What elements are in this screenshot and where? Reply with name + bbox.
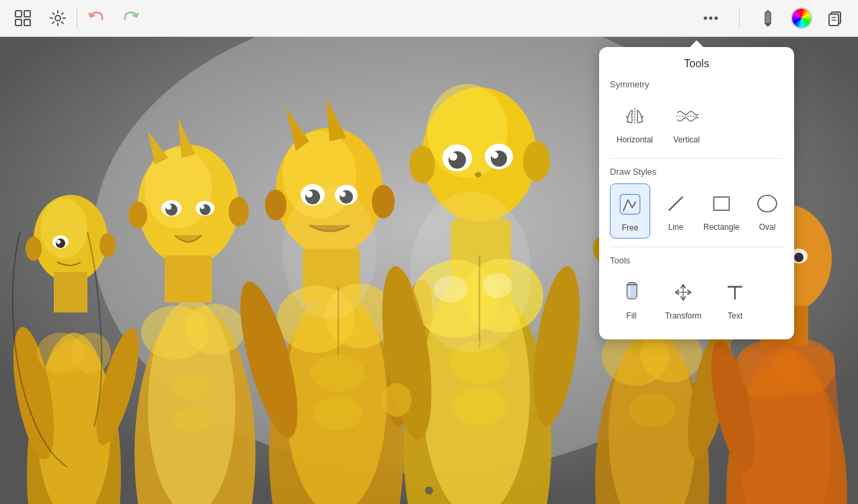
tools-row: Fill Transform xyxy=(610,272,783,326)
transform-icon xyxy=(668,278,698,307)
svg-rect-0 xyxy=(15,11,22,17)
svg-point-37 xyxy=(166,204,171,210)
svg-point-4 xyxy=(55,15,61,21)
svg-point-62 xyxy=(313,396,362,430)
horizontal-symmetry-label: Horizontal xyxy=(617,135,653,144)
toolbar xyxy=(0,0,858,37)
line-draw-label: Line xyxy=(668,222,684,232)
vertical-symmetry-label: Vertical xyxy=(673,135,699,144)
svg-point-44 xyxy=(173,408,210,432)
svg-point-33 xyxy=(229,197,249,226)
symmetry-horizontal-tool[interactable]: Horizontal xyxy=(610,96,660,150)
svg-rect-18 xyxy=(54,272,87,312)
svg-point-40 xyxy=(200,205,204,209)
toolbar-center xyxy=(84,6,143,30)
free-draw-icon xyxy=(615,190,645,219)
oval-draw-label: Oval xyxy=(759,222,776,232)
svg-point-70 xyxy=(523,141,550,181)
draw-styles-section-label: Draw Styles xyxy=(610,167,783,177)
svg-point-23 xyxy=(56,240,61,244)
svg-point-74 xyxy=(449,153,457,161)
pages-icon xyxy=(826,9,845,28)
toolbar-divider xyxy=(77,8,77,28)
transform-label: Transform xyxy=(665,311,701,321)
svg-point-84 xyxy=(451,388,508,425)
svg-point-61 xyxy=(311,354,364,392)
symmetry-section-label: Symmetry xyxy=(610,79,783,89)
svg-point-116 xyxy=(425,487,433,495)
svg-point-122 xyxy=(758,196,777,212)
horizontal-symmetry-icon xyxy=(620,101,650,131)
tools-section-label: Tools xyxy=(610,255,783,265)
draw-style-line-tool[interactable]: Line xyxy=(656,183,696,237)
divider-1 xyxy=(610,158,783,159)
grid-icon xyxy=(13,9,32,28)
symmetry-vertical-tool[interactable]: Vertical xyxy=(665,96,708,150)
svg-point-7 xyxy=(715,17,718,20)
draw-style-rectangle-tool[interactable]: Rectangle xyxy=(701,183,742,237)
svg-line-120 xyxy=(669,197,682,210)
svg-point-51 xyxy=(265,190,286,220)
redo-button[interactable] xyxy=(119,6,143,30)
svg-point-5 xyxy=(704,17,707,20)
transform-tool[interactable]: Transform xyxy=(658,272,708,326)
svg-point-77 xyxy=(492,152,498,159)
fill-tool[interactable]: Fill xyxy=(610,272,653,326)
svg-point-71 xyxy=(410,146,435,183)
vertical-symmetry-icon xyxy=(672,101,701,131)
svg-rect-3 xyxy=(24,19,30,26)
grid-button[interactable] xyxy=(11,6,35,30)
svg-point-101 xyxy=(629,393,676,427)
svg-rect-121 xyxy=(714,197,730,210)
right-divider xyxy=(739,8,740,28)
text-tool[interactable]: Text xyxy=(713,272,756,326)
tools-panel: Tools Symmetry Horizontal xyxy=(599,47,794,339)
oval-draw-icon xyxy=(752,189,782,218)
svg-point-34 xyxy=(128,202,147,228)
fill-icon xyxy=(617,278,646,307)
svg-point-87 xyxy=(382,383,412,417)
panel-title: Tools xyxy=(610,58,783,70)
pen-icon xyxy=(758,9,777,28)
draw-style-free-tool[interactable]: Free xyxy=(610,183,650,239)
undo-button[interactable] xyxy=(84,6,108,30)
settings-icon xyxy=(48,9,67,28)
svg-point-110 xyxy=(794,253,804,262)
draw-style-oval-tool[interactable]: Oval xyxy=(747,183,787,237)
svg-point-112 xyxy=(773,339,835,396)
svg-point-19 xyxy=(100,233,116,257)
svg-point-50 xyxy=(372,185,395,218)
symmetry-row: Horizontal Vertical xyxy=(610,96,783,150)
more-icon xyxy=(701,9,720,28)
svg-point-115 xyxy=(282,185,377,319)
line-draw-icon xyxy=(661,189,691,218)
svg-rect-32 xyxy=(165,255,212,302)
draw-styles-row: Free Line Rectangle xyxy=(610,183,783,239)
svg-rect-2 xyxy=(15,19,22,26)
svg-point-43 xyxy=(171,373,212,400)
more-button[interactable] xyxy=(699,6,723,30)
text-tool-icon xyxy=(720,278,750,307)
color-wheel[interactable] xyxy=(791,7,812,29)
free-draw-label: Free xyxy=(622,223,639,233)
svg-point-27 xyxy=(71,333,111,373)
rectangle-draw-icon xyxy=(707,189,736,218)
svg-point-6 xyxy=(709,17,713,20)
svg-point-42 xyxy=(185,304,245,355)
text-label: Text xyxy=(728,311,742,321)
settings-button[interactable] xyxy=(46,6,70,30)
undo-icon xyxy=(87,9,106,28)
toolbar-left xyxy=(11,6,70,30)
svg-rect-1 xyxy=(24,11,30,17)
svg-point-20 xyxy=(26,237,42,261)
svg-point-17 xyxy=(40,198,87,259)
pen-button[interactable] xyxy=(756,6,780,30)
pages-button[interactable] xyxy=(823,6,847,30)
fill-label: Fill xyxy=(626,311,636,321)
svg-point-114 xyxy=(410,192,531,353)
toolbar-right xyxy=(699,6,847,30)
redo-icon xyxy=(122,9,141,28)
divider-2 xyxy=(610,247,783,247)
svg-point-78 xyxy=(475,172,481,177)
rectangle-draw-label: Rectangle xyxy=(703,222,740,232)
